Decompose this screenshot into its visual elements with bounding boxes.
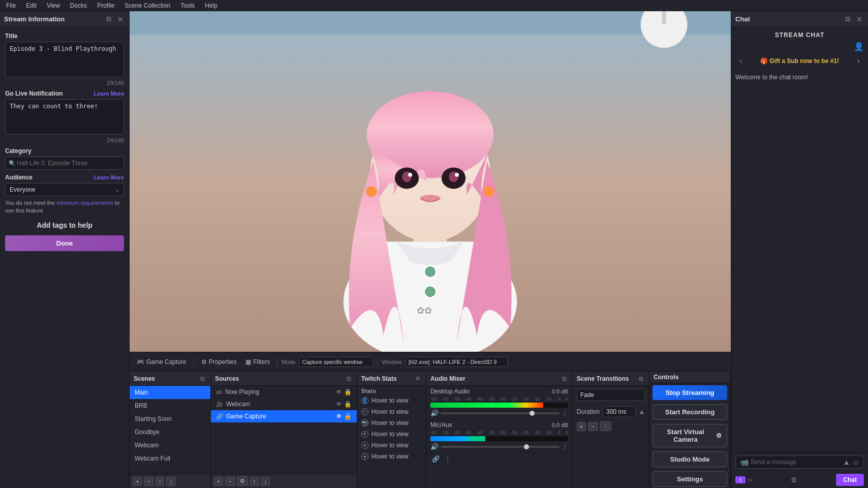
menu-scene-collection[interactable]: Scene Collection [122, 1, 172, 10]
source-lock-icon[interactable]: 🔒 [344, 388, 352, 395]
chat-send-button[interactable]: Chat [836, 474, 864, 486]
audio-link-icon[interactable]: 🔗 [430, 455, 441, 463]
source-item-game-capture[interactable]: 🔗 Game Capture 👁 🔒 [211, 410, 357, 422]
scene-item-brb[interactable]: BRB [130, 399, 210, 412]
menu-view[interactable]: View [45, 1, 62, 10]
scenes-list: Main BRB Starting Soon Goodbye Webcam We… [130, 386, 210, 474]
virtual-camera-settings-icon[interactable]: ⚙ [716, 432, 722, 439]
gift-banner-next[interactable]: › [857, 56, 860, 66]
source-item-now-playing[interactable]: ab Now Playing 👁 🔒 [211, 386, 357, 398]
mic-volume-slider[interactable] [441, 446, 560, 448]
stop-streaming-button[interactable]: Stop Streaming [653, 385, 727, 400]
game-capture-btn[interactable]: 🎮 Game Capture [134, 357, 190, 367]
source-game-visible-icon[interactable]: 👁 [336, 413, 342, 420]
scene-item-webcam-full[interactable]: Webcam Full [130, 452, 210, 465]
source-item-webcam[interactable]: 🎥 Webcam 👁 🔒 [211, 398, 357, 410]
twitch-icon-badge: t ∞ [735, 476, 752, 483]
scenes-add-btn[interactable]: + [133, 477, 142, 486]
chat-message-input[interactable] [751, 459, 841, 466]
menu-tools[interactable]: Tools [178, 1, 197, 10]
window-select[interactable]: [hl2.exe]: HALF-LIFE 2 - Direct3D 9 [405, 357, 508, 367]
sources-up-btn[interactable]: ↑ [250, 477, 259, 486]
notification-textarea[interactable]: They can count to three! [5, 99, 124, 135]
center-area: ✿✿ 🎮 Game Capture ⚙ Properties ▦ Filters… [130, 11, 731, 488]
transitions-add-btn[interactable]: + [577, 422, 586, 431]
start-virtual-camera-button[interactable]: Start Virtual Camera ⚙ [653, 424, 727, 447]
scenes-down-btn[interactable]: ↓ [166, 477, 175, 486]
scene-item-main[interactable]: Main [130, 386, 210, 399]
twitch-logo-icon: t [735, 476, 746, 483]
scenes-remove-btn[interactable]: − [144, 477, 153, 486]
title-textarea[interactable]: Episode 3 - Blind Playthrough [5, 42, 124, 77]
svg-point-16 [366, 186, 377, 197]
title-char-count: 29/140 [5, 80, 124, 86]
scenes-panel-expand-icon[interactable]: ⧉ [199, 375, 206, 383]
audience-select[interactable]: Everyone Ages 13+ Ages 18+ [5, 183, 124, 196]
scene-item-goodbye[interactable]: Goodbye [130, 425, 210, 439]
done-button[interactable]: Done [5, 235, 124, 251]
stat-label-2: Hover to view [371, 419, 409, 426]
sources-add-btn[interactable]: + [214, 477, 223, 486]
source-webcam-lock-icon[interactable]: 🔒 [344, 401, 352, 408]
source-game-lock-icon[interactable]: 🔒 [344, 413, 352, 420]
desktop-audio-controls: 🔊 ⋮ [430, 409, 568, 417]
stats-panel-close-icon[interactable]: ✕ [414, 375, 422, 383]
mic-aux-menu-btn[interactable]: ⋮ [562, 443, 568, 450]
properties-btn[interactable]: ⚙ Properties [198, 357, 240, 367]
desktop-volume-slider[interactable] [441, 412, 560, 414]
panel-header-controls: ⧉ ✕ [105, 14, 125, 24]
transitions-panel-title: Scene Transitions [577, 375, 629, 382]
chat-close-icon[interactable]: ✕ [855, 15, 864, 24]
desktop-audio-menu-btn[interactable]: ⋮ [562, 409, 568, 417]
mode-select[interactable]: Capture specific window [299, 357, 374, 367]
sources-remove-btn[interactable]: − [225, 477, 234, 486]
mic-aux-mute-btn[interactable]: 🔊 [430, 443, 439, 450]
notification-learn-more[interactable]: Learn More [94, 90, 124, 97]
audio-panel-expand-icon[interactable]: ⧉ [561, 375, 568, 383]
source-text-icon: ab [216, 389, 222, 395]
scenes-panel-title: Scenes [134, 375, 155, 382]
source-visible-icon[interactable]: 👁 [336, 388, 342, 395]
panel-close-btn[interactable]: ✕ [116, 15, 125, 24]
sources-down-btn[interactable]: ↓ [261, 477, 270, 486]
chat-expand-icon[interactable]: ⧉ [844, 14, 852, 24]
chat-messages: Welcome to the chat room! [731, 70, 868, 452]
sources-panel-icons: ⧉ [345, 375, 353, 383]
menu-edit[interactable]: Edit [24, 1, 39, 10]
source-webcam-visible-icon[interactable]: 👁 [336, 401, 342, 408]
transitions-panel-expand-icon[interactable]: ⧉ [637, 375, 645, 383]
duration-input[interactable] [603, 406, 636, 417]
scene-item-webcam[interactable]: Webcam [130, 439, 210, 452]
scene-item-starting-soon[interactable]: Starting Soon [130, 412, 210, 425]
chat-emoji-icon[interactable]: ☺ [852, 458, 859, 466]
transitions-remove-btn[interactable]: − [588, 422, 597, 431]
panel-maximize-btn[interactable]: ⧉ [105, 14, 113, 24]
scenes-up-btn[interactable]: ↑ [156, 477, 165, 486]
mic-aux-bar [430, 436, 485, 441]
filters-btn[interactable]: ▦ Filters [242, 357, 273, 367]
chat-settings-icon[interactable]: ⚙ [791, 476, 797, 484]
start-recording-button[interactable]: Start Recording [653, 404, 727, 420]
menu-file[interactable]: File [4, 1, 18, 10]
studio-mode-button[interactable]: Studio Mode [653, 451, 727, 467]
chat-upload-icon[interactable]: ▲ [843, 458, 850, 466]
desktop-audio-meter [430, 403, 568, 408]
duration-stepper-up[interactable]: ▲ [639, 408, 645, 415]
sources-panel-expand-icon[interactable]: ⧉ [345, 375, 353, 383]
warning-link[interactable]: minimum requirements [56, 200, 113, 206]
transitions-menu-btn[interactable]: ⋮ [600, 421, 611, 431]
menu-profile[interactable]: Profile [95, 1, 116, 10]
stat-row-5: ★ Hover to view [357, 451, 426, 462]
transition-select[interactable]: Fade Cut Swipe Slide [577, 389, 645, 401]
game-capture-icon: 🎮 [137, 358, 144, 365]
sources-settings-btn[interactable]: ⚙ [237, 476, 248, 486]
audience-learn-more[interactable]: Learn More [94, 174, 124, 180]
menu-help[interactable]: Help [203, 1, 220, 10]
menu-docks[interactable]: Docks [68, 1, 89, 10]
desktop-audio-mute-btn[interactable]: 🔊 [430, 409, 439, 417]
audio-settings-icon[interactable]: ⋮ [443, 455, 452, 463]
category-search-input[interactable] [5, 157, 124, 170]
chat-input-area: 📹 ▲ ☺ [731, 452, 868, 472]
mic-aux-scale: -60-55-50-45-40-35-30-25-20-15-10-50 [430, 430, 568, 435]
settings-button[interactable]: Settings [653, 471, 727, 487]
